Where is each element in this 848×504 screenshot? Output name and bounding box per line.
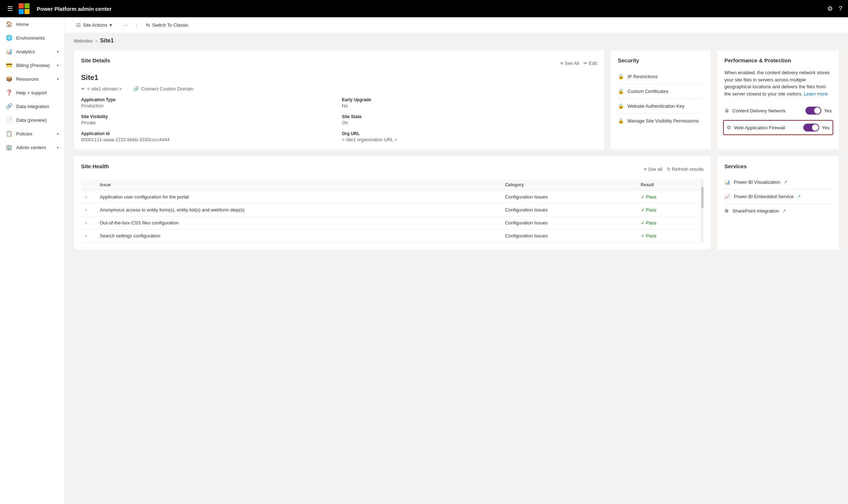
security-item-label: IP Restrictions (628, 74, 658, 79)
sidebar-item-billing[interactable]: 💳 Billing (Preview) ▾ (0, 58, 64, 72)
sidebar-item-label: Environments (16, 35, 45, 41)
services-card: Services 📊 Power BI Visualization ↗ 📈 Po… (717, 156, 839, 250)
info-label: Application Id (81, 131, 336, 136)
layout: 🏠 Home 🌐 Environments 📊 Analytics ▾ 💳 Bi… (0, 17, 848, 504)
sidebar-item-analytics[interactable]: 📊 Analytics ▾ (0, 45, 64, 58)
health-actions: ≡ See all ↻ Refresh results (644, 166, 704, 172)
refresh-results-button[interactable]: ↻ Refresh results (667, 166, 704, 172)
sidebar-item-data-integration[interactable]: 🔗 Data integration (0, 99, 64, 113)
info-label: Site State (342, 114, 597, 119)
info-early-upgrade: Early Upgrade No (342, 97, 597, 108)
service-powerbi-viz[interactable]: 📊 Power BI Visualization ↗ (724, 175, 832, 189)
breadcrumb: Websites › Site1 (65, 33, 848, 44)
sidebar-item-label: Data (preview) (16, 117, 47, 123)
sidebar-item-help[interactable]: ❓ Help + support (0, 86, 64, 99)
lock-icon: 🔒 (618, 73, 624, 79)
info-org-url: Org URL < site1 organization URL > (342, 131, 597, 142)
main-content: ☑ Site Actions ▾ ··· | ⇆ Switch To Class… (65, 17, 848, 504)
security-title: Security (618, 57, 704, 63)
security-item-label: Custom Certificates (628, 89, 668, 94)
checkbox-icon: ☑ (76, 22, 81, 28)
switch-icon: ⇆ (146, 22, 150, 28)
service-sharepoint[interactable]: ⚙ SharePoint Integration ↗ (724, 204, 832, 218)
cdn-row: 🖥 Content Delivery Network Yes (724, 103, 832, 119)
data-preview-icon: 📄 (6, 117, 13, 123)
category-cell: Configuration Issues (501, 191, 637, 204)
chevron-down-icon: ▾ (57, 146, 59, 150)
learn-more-link[interactable]: Learn more (804, 91, 827, 97)
result-badge: ✓ Pass (641, 233, 696, 238)
policies-icon: 📋 (6, 130, 13, 137)
expand-icon[interactable]: › (85, 220, 87, 226)
waf-value: Yes (822, 125, 830, 130)
sidebar-item-admin-centers[interactable]: 🏢 Admin centers ▾ (0, 141, 64, 154)
sidebar-item-data-preview[interactable]: 📄 Data (preview) (0, 113, 64, 127)
col-category: Category (501, 179, 637, 191)
sidebar-item-label: Home (16, 22, 29, 27)
health-table-wrapper: Issue Category Result › Application user… (81, 179, 701, 242)
edit-icon: ✏ (584, 61, 588, 66)
result-badge: ✓ Pass (641, 194, 696, 200)
security-custom-certs[interactable]: 🔒 Custom Certificates (618, 84, 704, 99)
topbar-right: ⚙ ? (827, 5, 842, 13)
security-ip-restrictions[interactable]: 🔒 IP Restrictions (618, 69, 704, 84)
cdn-toggle[interactable] (805, 107, 821, 115)
settings-icon[interactable]: ⚙ (827, 5, 833, 13)
separator: | (136, 22, 137, 28)
health-table: Issue Category Result › Application user… (81, 179, 701, 242)
site-actions-label: Site Actions (83, 22, 107, 28)
sidebar-item-label: Admin centers (16, 145, 46, 150)
help-support-icon: ❓ (6, 89, 13, 96)
col-result: Result (637, 179, 701, 191)
security-item-label: Website Authentication Key (628, 103, 684, 109)
hamburger-icon[interactable]: ☰ (6, 3, 14, 14)
help-icon[interactable]: ? (839, 5, 842, 13)
chevron-down-icon: ▾ (57, 77, 59, 81)
scrollbar[interactable] (701, 179, 704, 242)
category-cell: Configuration Issues (501, 229, 637, 242)
security-auth-key[interactable]: 🔒 Website Authentication Key (618, 99, 704, 113)
info-value: On (342, 120, 348, 125)
see-all-health-button[interactable]: ≡ See all (644, 166, 662, 172)
connect-domain-button[interactable]: 🔗 Connect Custom Domain (133, 86, 193, 92)
ms-logo (19, 3, 30, 14)
expand-icon[interactable]: › (85, 233, 87, 238)
switch-classic-button[interactable]: ⇆ Switch To Classic (143, 21, 191, 29)
service-powerbi-embedded[interactable]: 📈 Power BI Embedded Service ↗ (724, 189, 832, 204)
expand-icon[interactable]: › (85, 195, 87, 200)
waf-row: ⚙ Web Application Firewall Yes (723, 120, 833, 135)
services-title: Services (724, 163, 832, 169)
breadcrumb-separator: › (95, 38, 97, 44)
card-actions: ≡ See All ✏ Edit (561, 61, 597, 66)
info-application-type: Application Type Production (81, 97, 336, 108)
performance-title: Performance & Protection (724, 57, 832, 63)
waf-toggle[interactable] (803, 124, 819, 131)
more-actions-button[interactable]: ··· (121, 21, 130, 29)
site-actions-button[interactable]: ☑ Site Actions ▾ (73, 21, 115, 29)
billing-icon: 💳 (6, 62, 13, 68)
dropdown-icon: ▾ (110, 22, 112, 28)
app-title: Power Platform admin center (37, 6, 112, 12)
info-value: 00001111-aaaa-2222-bbbb-3333cccc4444 (81, 137, 170, 142)
breadcrumb-parent[interactable]: Websites (73, 38, 93, 44)
sidebar-item-home[interactable]: 🏠 Home (0, 17, 64, 31)
sidebar-item-label: Data integration (16, 104, 49, 109)
sharepoint-icon: ⚙ (724, 208, 729, 214)
see-all-button[interactable]: ≡ See All (561, 61, 579, 66)
info-application-id: Application Id 00001111-aaaa-2222-bbbb-3… (81, 131, 336, 142)
action-bar: ☑ Site Actions ▾ ··· | ⇆ Switch To Class… (65, 17, 848, 33)
analytics-icon: 📊 (6, 48, 13, 55)
edit-button[interactable]: ✏ Edit (584, 61, 597, 66)
col-expand (81, 179, 95, 191)
home-icon: 🏠 (6, 21, 13, 27)
expand-icon[interactable]: › (85, 208, 87, 213)
cdn-label: Content Delivery Network (732, 108, 803, 113)
site-health-header: Site Health ≡ See all ↻ Refresh results (81, 163, 704, 175)
info-value: Private (81, 120, 95, 125)
security-visibility-permissions[interactable]: 🔒 Manage Site Visibility Permissions (618, 113, 704, 128)
sidebar-item-resources[interactable]: 📦 Resources ▾ (0, 72, 64, 86)
sidebar-item-policies[interactable]: 📋 Policies ▾ (0, 127, 64, 141)
sidebar-item-environments[interactable]: 🌐 Environments (0, 31, 64, 45)
chevron-down-icon: ▾ (57, 132, 59, 136)
issue-cell: Application user configuration for the p… (95, 191, 501, 204)
